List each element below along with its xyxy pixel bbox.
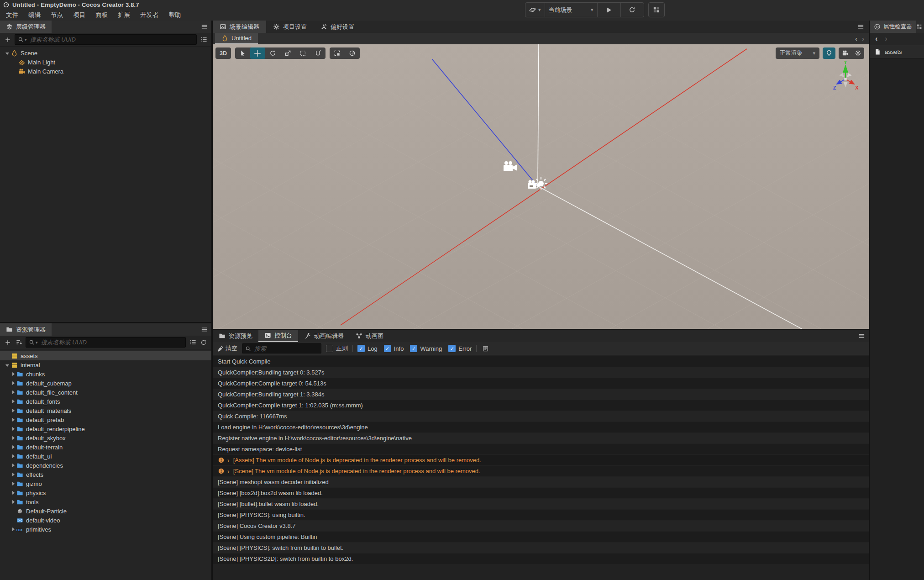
gizmo-y-label[interactable]: Y [844, 61, 847, 65]
viewport-settings-button[interactable] [851, 47, 864, 59]
reload-button[interactable] [620, 3, 644, 17]
inspector-selected-asset[interactable]: assets [870, 45, 924, 58]
console-log-row[interactable]: › [Scene] The vm module of Node.js is de… [213, 466, 869, 476]
tab-untitled-scene[interactable]: Untitled [215, 33, 258, 44]
menu-item[interactable]: 文件 [1, 11, 23, 19]
clear-console-button[interactable]: 清空 [217, 344, 237, 353]
expand-chevron-icon[interactable] [9, 388, 16, 397]
expand-chevron-icon[interactable] [9, 461, 16, 470]
log-expand-chevron[interactable]: › [227, 457, 230, 464]
expand-chevron-icon[interactable] [9, 497, 16, 506]
asset-row[interactable]: physics [0, 488, 211, 497]
regex-checkbox[interactable]: ✓ 正则 [326, 344, 348, 353]
console-log-row[interactable]: › Quick Compile: 116667ms [213, 411, 869, 422]
console-menu-button[interactable] [858, 330, 865, 342]
gizmo-x-label[interactable]: X [855, 85, 859, 90]
expand-chevron-icon[interactable] [9, 424, 16, 433]
bottom-tab[interactable]: 动画编辑器 [298, 330, 350, 342]
asset-row[interactable]: default_file_content [0, 388, 211, 397]
scene-selector-dropdown[interactable]: 当前场景 ▾ [545, 3, 597, 17]
move-tool-button[interactable] [250, 47, 265, 59]
expand-chevron-icon[interactable] [9, 525, 16, 534]
asset-row[interactable]: effects [0, 470, 211, 479]
scale-tool-button[interactable] [280, 47, 295, 59]
select-tool-button[interactable] [235, 47, 250, 59]
expand-chevron-icon[interactable] [9, 470, 16, 479]
inspector-dock-button[interactable] [916, 21, 922, 33]
editor-tab[interactable]: 项目设置 [266, 21, 314, 33]
console-log-file-button[interactable] [481, 344, 489, 353]
asset-row[interactable]: Default-Particle [0, 506, 211, 516]
play-button[interactable] [597, 3, 620, 17]
console-log-row[interactable]: › Register native engine in H:\work\coco… [213, 433, 869, 443]
scene-viewport[interactable]: 3D 正常渲染 ▾ [213, 44, 869, 329]
hierarchy-node-row[interactable]: Scene [0, 48, 211, 58]
menu-item[interactable]: 开发者 [135, 11, 164, 19]
dimension-toggle-button[interactable]: 3D [215, 47, 231, 59]
create-node-button[interactable] [4, 36, 12, 44]
expand-chevron-icon[interactable] [4, 351, 10, 360]
expand-chevron-icon[interactable] [9, 397, 16, 406]
asset-row[interactable]: default-video [0, 516, 211, 525]
space-toggle-button[interactable] [345, 47, 360, 59]
console-log-row[interactable]: › [Scene] [PHYSICS]: switch from builtin… [213, 543, 869, 553]
assets-search-input[interactable] [40, 338, 183, 346]
menu-item[interactable]: 扩展 [113, 11, 135, 19]
console-search-input[interactable] [253, 345, 318, 353]
expand-chevron-icon[interactable] [4, 360, 10, 369]
expand-chevron-icon[interactable] [9, 452, 16, 461]
scene-editor-menu-button[interactable] [857, 21, 864, 33]
rotate-tool-button[interactable] [265, 47, 280, 59]
console-log-row[interactable]: › [Scene] Using custom pipeline: Builtin [213, 532, 869, 542]
layout-button[interactable] [648, 2, 665, 17]
editor-tab[interactable]: 场景编辑器 [213, 21, 266, 33]
asset-row[interactable]: default_prefab [0, 415, 211, 424]
console-log-row[interactable]: › [Scene] [box2d]:box2d wasm lib loaded. [213, 488, 869, 498]
asset-row[interactable]: assets [0, 351, 211, 360]
expand-chevron-icon[interactable] [9, 379, 16, 388]
expand-chevron-icon[interactable] [9, 369, 16, 379]
next-tab-button[interactable]: › [862, 35, 864, 42]
expand-chevron-icon[interactable] [9, 443, 16, 452]
menu-item[interactable]: 项目 [68, 11, 90, 19]
asset-row[interactable]: tools [0, 497, 211, 506]
tab-hierarchy[interactable]: 层级管理器 [0, 21, 52, 33]
bottom-tab[interactable]: 资源预览 [213, 330, 258, 342]
assets-list-options-button[interactable] [189, 338, 197, 347]
asset-row[interactable]: internal [0, 360, 211, 369]
expand-chevron-icon[interactable] [9, 506, 16, 516]
expand-chevron-icon[interactable] [9, 479, 16, 488]
gizmo-tool-button[interactable] [310, 47, 326, 59]
search-filter-chevron-icon[interactable]: ▾ [25, 37, 27, 42]
expand-chevron-icon[interactable] [9, 415, 16, 424]
pivot-toggle-button[interactable] [330, 47, 345, 59]
asset-row[interactable]: default_ui [0, 452, 211, 461]
console-log-row[interactable]: › QuickCompiler:Compile target 0: 54.513… [213, 378, 869, 389]
console-log-row[interactable]: › [Scene] [bullet]:bullet wasm lib loade… [213, 499, 869, 509]
expand-chevron-icon[interactable] [9, 433, 16, 443]
search-filter-chevron-icon[interactable]: ▾ [36, 340, 38, 345]
light-and-camera-gizmo-icon[interactable] [526, 176, 550, 195]
gizmo-z-label[interactable]: Z [833, 85, 836, 90]
tab-inspector[interactable]: 属性检查器 [870, 21, 916, 33]
assets-sort-button[interactable] [15, 338, 23, 347]
log-filter-checkbox[interactable]: ✓ Info [384, 345, 404, 352]
asset-row[interactable]: chunks [0, 369, 211, 379]
asset-row[interactable]: primitives [0, 525, 211, 534]
hierarchy-menu-button[interactable] [201, 21, 208, 33]
console-log-row[interactable]: › [Scene] Cocos Creator v3.8.7 [213, 521, 869, 531]
expand-chevron-icon[interactable] [11, 58, 18, 67]
menu-item[interactable]: 面板 [90, 11, 113, 19]
assets-menu-button[interactable] [201, 323, 208, 336]
menu-item[interactable]: 帮助 [164, 11, 186, 19]
console-log-row[interactable]: › QuickCompiler:Bundling target 1: 3.384… [213, 389, 869, 400]
asset-row[interactable]: dependencies [0, 461, 211, 470]
asset-row[interactable]: default-terrain [0, 443, 211, 452]
menu-item[interactable]: 节点 [46, 11, 68, 19]
scene-light-toggle-button[interactable] [823, 47, 835, 59]
hierarchy-node-row[interactable]: Main Light [0, 58, 211, 67]
bottom-tab[interactable]: 动画图 [350, 330, 389, 342]
inspector-forward-button[interactable]: › [885, 35, 887, 43]
console-log-row[interactable]: › [Scene] meshopt wasm decoder initializ… [213, 477, 869, 487]
log-expand-chevron[interactable]: › [227, 468, 230, 475]
